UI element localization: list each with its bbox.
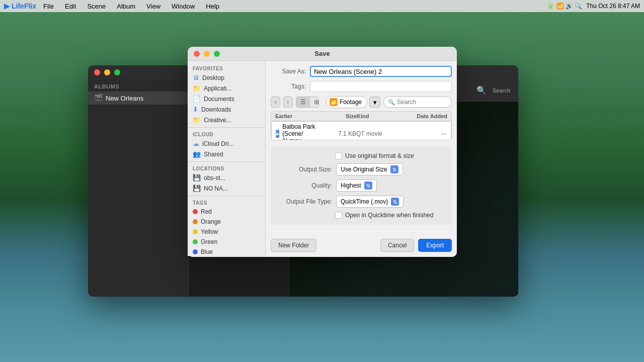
action-buttons: Cancel Export bbox=[380, 239, 452, 252]
sidebar-item-obs[interactable]: 💾 obs-st... bbox=[188, 172, 265, 183]
desktop-icon: 🖥 bbox=[193, 74, 199, 81]
export-button[interactable]: Export bbox=[418, 239, 452, 252]
applications-icon: 📁 bbox=[193, 84, 201, 92]
view-grid-button[interactable]: ⊞ bbox=[310, 97, 319, 107]
maximize-button[interactable] bbox=[114, 69, 120, 75]
cancel-button[interactable]: Cancel bbox=[380, 239, 414, 252]
file-icon: ▶ bbox=[276, 130, 279, 138]
output-type-dropdown[interactable]: QuickTime (.mov) ⇅ bbox=[336, 196, 404, 208]
sidebar-item-downloads[interactable]: ⬇ Downloads bbox=[188, 104, 265, 115]
tags-input[interactable] bbox=[310, 81, 452, 92]
menu-help[interactable]: Help bbox=[204, 2, 221, 11]
location-dropdown: 📁 Footage ▾ bbox=[326, 96, 380, 108]
new-folder-button[interactable]: New Folder bbox=[271, 239, 316, 252]
menu-view[interactable]: View bbox=[144, 2, 163, 11]
sidebar-item-desktop[interactable]: 🖥 Desktop bbox=[188, 72, 265, 83]
dialog-right-panel: Save As: Tags: ‹ › ☰ ⊞ 📁 Foot bbox=[266, 61, 457, 257]
use-original-label: Use original format & size bbox=[345, 152, 414, 159]
menu-bar-time: Thu Oct 26 8:47 AM bbox=[586, 3, 640, 10]
menu-bar: ▶ LifeFlix File Edit Scene Album View Wi… bbox=[0, 0, 644, 12]
dialog-max-button[interactable] bbox=[214, 51, 220, 57]
orange-tag-label: Orange bbox=[201, 218, 221, 225]
output-size-label: Output Size: bbox=[277, 166, 332, 173]
header-size: Size bbox=[316, 113, 357, 119]
header-date: Date Added bbox=[397, 113, 447, 119]
close-button[interactable] bbox=[94, 69, 100, 75]
use-original-row: Use original format & size bbox=[277, 152, 446, 159]
minimize-button[interactable] bbox=[104, 69, 110, 75]
location-label: Footage bbox=[340, 99, 362, 106]
save-as-input[interactable] bbox=[310, 66, 452, 77]
sidebar-item-tag-yellow[interactable]: Yellow bbox=[188, 227, 265, 237]
icloud-section-label: iCloud bbox=[188, 130, 265, 138]
green-tag-label: Green bbox=[201, 238, 217, 245]
sidebar-item-applications[interactable]: 📁 Applicati... bbox=[188, 83, 265, 94]
dialog-content: Favorites 🖥 Desktop 📁 Applicati... 📄 Doc… bbox=[188, 61, 457, 257]
sidebar-item-tag-green[interactable]: Green bbox=[188, 237, 265, 247]
album-name: New Orleans bbox=[106, 95, 143, 102]
orange-tag-icon bbox=[193, 219, 198, 224]
output-size-value: Use Original Size bbox=[341, 166, 387, 173]
green-tag-icon bbox=[193, 239, 198, 244]
nav-back-button[interactable]: ‹ bbox=[271, 97, 280, 108]
footage-folder-icon: 📁 bbox=[330, 98, 338, 106]
system-icons: 🔋 📶 🔊 🔍 bbox=[547, 3, 582, 10]
sidebar-item-tag-orange[interactable]: Orange bbox=[188, 217, 265, 227]
documents-label: Documents bbox=[204, 96, 234, 103]
menu-edit[interactable]: Edit bbox=[63, 2, 78, 11]
sidebar-item-tag-red[interactable]: Red bbox=[188, 207, 265, 217]
dialog-title: Save bbox=[314, 50, 330, 57]
save-as-label: Save As: bbox=[271, 68, 306, 75]
location-pill[interactable]: 📁 Footage bbox=[326, 96, 367, 108]
app-logo-icon: ▶ bbox=[4, 2, 10, 10]
open-quicktime-checkbox[interactable] bbox=[335, 212, 342, 219]
use-original-checkbox[interactable] bbox=[335, 152, 342, 159]
dialog-min-button[interactable] bbox=[204, 51, 210, 57]
sidebar-item-new-orleans[interactable]: 🎬 New Orleans bbox=[88, 92, 188, 105]
menu-scene[interactable]: Scene bbox=[85, 2, 108, 11]
app-logo: ▶ LifeFlix bbox=[4, 2, 36, 10]
red-tag-label: Red bbox=[201, 208, 212, 215]
menu-file[interactable]: File bbox=[41, 2, 56, 11]
save-as-row: Save As: bbox=[271, 66, 452, 77]
sidebar-item-documents[interactable]: 📄 Documents bbox=[188, 94, 265, 104]
downloads-label: Downloads bbox=[201, 106, 231, 113]
locations-section-label: Locations bbox=[188, 164, 265, 172]
sidebar-item-shared[interactable]: 👥 Shared bbox=[188, 149, 265, 159]
blue-tag-icon bbox=[193, 249, 198, 254]
header-name: Earlier bbox=[275, 113, 316, 119]
menu-bar-items: File Edit Scene Album View Window Help bbox=[41, 2, 547, 11]
quality-label: Quality: bbox=[277, 182, 332, 189]
dialog-close-button[interactable] bbox=[194, 51, 200, 57]
view-list-button[interactable]: ☰ bbox=[296, 97, 310, 107]
output-type-value: QuickTime (.mov) bbox=[341, 198, 388, 205]
sidebar-item-no-na[interactable]: 💾 NO NA... bbox=[188, 183, 265, 194]
file-panel: Earlier Size Kind Date Added ▶ Balboa Pa… bbox=[271, 111, 452, 140]
obs-label: obs-st... bbox=[204, 174, 225, 182]
desktop-label: Desktop bbox=[202, 74, 224, 81]
album-icon: 🎬 bbox=[94, 94, 103, 102]
search-field: 🔍 bbox=[383, 97, 452, 108]
search-input[interactable] bbox=[397, 99, 447, 106]
sidebar-item-creative[interactable]: 📁 Creative... bbox=[188, 115, 265, 125]
tags-section-label: Tags bbox=[188, 198, 265, 207]
albums-label: Albums bbox=[88, 79, 188, 92]
toolbar-icon-search[interactable]: 🔍 bbox=[476, 85, 487, 95]
menu-window[interactable]: Window bbox=[170, 2, 197, 11]
quality-dropdown[interactable]: Highest ⇅ bbox=[336, 179, 377, 192]
menu-album[interactable]: Album bbox=[115, 2, 137, 11]
menu-bar-right: 🔋 📶 🔊 🔍 Thu Oct 26 8:47 AM bbox=[547, 3, 640, 10]
app-sidebar: Albums 🎬 New Orleans bbox=[88, 79, 189, 297]
nav-forward-button[interactable]: › bbox=[283, 97, 293, 108]
sidebar-item-icloud-drive[interactable]: ☁ iCloud Dri... bbox=[188, 138, 265, 149]
output-size-dropdown[interactable]: Use Original Size ⇅ bbox=[336, 163, 403, 175]
shared-icon: 👥 bbox=[193, 150, 201, 158]
location-expand-button[interactable]: ▾ bbox=[369, 97, 380, 108]
output-size-row: Output Size: Use Original Size ⇅ bbox=[277, 163, 446, 175]
shared-label: Shared bbox=[204, 151, 223, 158]
quality-value: Highest bbox=[341, 182, 361, 189]
obs-icon: 💾 bbox=[193, 174, 201, 182]
yellow-tag-icon bbox=[193, 229, 198, 234]
sidebar-item-tag-blue[interactable]: Blue bbox=[188, 247, 265, 257]
table-row[interactable]: ▶ Balboa Park (Scene/ 1).mov 7.1 KB QT m… bbox=[272, 122, 451, 140]
